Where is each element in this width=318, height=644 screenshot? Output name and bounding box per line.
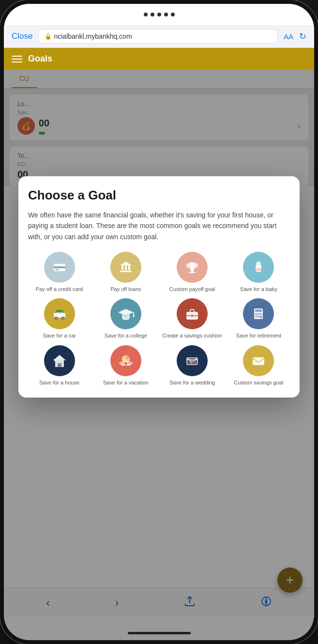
phone-frame: Close 🔒 ncialbankl.mybankhq.com AA ↻ Goa… [0, 0, 318, 644]
status-dot [151, 13, 154, 16]
goals-grid: Pay off a credit card Pa [28, 252, 290, 386]
goal-label-custom-savings-goal: Custom savings goal [234, 379, 283, 386]
svg-marker-3 [120, 261, 132, 265]
goal-icon-custom-payoff-goal [177, 252, 208, 283]
goal-item-save-for-retirement[interactable]: Save for retirement [227, 298, 290, 339]
svg-rect-33 [257, 316, 259, 317]
svg-rect-4 [121, 265, 123, 270]
wedding-icon [184, 353, 200, 368]
app-header: Goals [4, 48, 314, 70]
goal-item-create-savings-cushion[interactable]: Create a savings cushion [161, 298, 224, 339]
svg-rect-19 [57, 312, 59, 313]
goal-item-save-for-a-house[interactable]: Save for a house [28, 345, 91, 386]
svg-rect-28 [255, 309, 262, 312]
svg-rect-9 [189, 272, 196, 273]
svg-rect-26 [191, 315, 193, 317]
browser-bar: Close 🔒 ncialbankl.mybankhq.com AA ↻ [4, 25, 314, 48]
svg-rect-2 [55, 269, 59, 270]
goal-item-save-for-a-college[interactable]: Save for a college [94, 298, 157, 339]
svg-rect-34 [260, 316, 262, 318]
svg-point-41 [126, 356, 129, 359]
goal-label-save-for-a-house: Save for a house [39, 379, 79, 386]
svg-rect-11 [256, 263, 261, 264]
goal-item-custom-savings-goal[interactable]: Custom savings goal [227, 345, 290, 386]
status-bar [4, 4, 314, 25]
vacation-icon [118, 353, 134, 369]
goal-item-save-for-a-car[interactable]: Save for a car [28, 298, 91, 339]
trophy-icon [184, 260, 200, 275]
car-icon [51, 305, 68, 322]
hamburger-menu[interactable] [12, 56, 22, 62]
svg-rect-31 [260, 313, 262, 315]
svg-point-40 [122, 355, 130, 363]
browser-url-bar[interactable]: 🔒 ncialbankl.mybankhq.com [38, 29, 278, 44]
goal-label-custom-payoff-goal: Custom payoff goal [169, 286, 215, 292]
svg-point-23 [133, 315, 135, 317]
goal-label-save-for-a-college: Save for a college [105, 332, 147, 339]
goal-icon-save-for-a-baby [243, 252, 274, 283]
svg-point-16 [55, 318, 57, 319]
goal-icon-save-for-retirement [243, 298, 274, 329]
svg-rect-13 [256, 268, 261, 271]
modal-title: Choose a Goal [28, 188, 290, 203]
aa-button[interactable]: AA [284, 32, 293, 41]
goal-item-save-for-a-baby[interactable]: Save for a baby [227, 252, 290, 292]
status-dot [164, 13, 168, 16]
bank-icon [117, 259, 135, 276]
svg-rect-46 [253, 357, 264, 365]
goal-icon-save-for-a-wedding [177, 345, 208, 376]
svg-point-18 [62, 318, 63, 319]
goal-item-save-for-a-vacation[interactable]: Save for a vacation [94, 345, 157, 386]
baby-bottle-icon [251, 260, 266, 275]
status-dot [157, 13, 161, 16]
calculator-icon [251, 306, 266, 322]
svg-rect-32 [255, 316, 257, 317]
goal-icon-custom-savings-goal [243, 345, 274, 376]
svg-rect-37 [58, 363, 61, 367]
goal-label-pay-off-loans: Pay off loans [110, 286, 141, 292]
goal-item-custom-payoff-goal[interactable]: Custom payoff goal [161, 252, 224, 292]
house-icon [51, 353, 68, 369]
lock-icon: 🔒 [45, 33, 52, 40]
phone-inner: Close 🔒 ncialbankl.mybankhq.com AA ↻ Goa… [4, 4, 314, 640]
main-content: CU Lo... Sav... 💰 00 › [4, 70, 314, 640]
goal-label-save-for-a-baby: Save for a baby [240, 286, 277, 292]
goal-icon-save-for-a-vacation [110, 345, 141, 376]
svg-rect-29 [255, 313, 257, 315]
goal-item-pay-off-loans[interactable]: Pay off loans [94, 252, 157, 292]
svg-rect-6 [128, 265, 130, 270]
graduation-cap-icon [117, 305, 135, 322]
status-dot [144, 13, 148, 16]
browser-close-button[interactable]: Close [12, 31, 32, 41]
goal-icon-pay-off-loans [110, 252, 141, 283]
status-dots [144, 13, 175, 16]
goal-label-save-for-retirement: Save for retirement [236, 332, 282, 339]
goal-label-save-for-a-vacation: Save for a vacation [103, 379, 149, 386]
modal-description: We often have the same financial goals, … [28, 210, 290, 242]
goal-label-create-savings-cushion: Create a savings cushion [162, 332, 222, 339]
goal-icon-pay-off-credit-card [44, 252, 75, 283]
page-title: Goals [28, 54, 52, 64]
goal-item-save-for-a-wedding[interactable]: Save for a wedding [161, 345, 224, 386]
goal-label-pay-off-credit-card: Pay off a credit card [36, 286, 83, 292]
svg-rect-8 [191, 270, 194, 272]
briefcase-icon [184, 306, 200, 322]
svg-rect-5 [125, 265, 127, 270]
svg-rect-43 [125, 362, 127, 365]
goal-icon-save-for-a-college [110, 298, 141, 329]
goal-icon-save-for-a-house [44, 345, 75, 376]
goal-item-pay-off-credit-card[interactable]: Pay off a credit card [28, 252, 91, 292]
goal-icon-create-savings-cushion [177, 298, 208, 329]
svg-rect-7 [120, 271, 132, 272]
status-dot [171, 13, 175, 16]
choose-goal-modal: Choose a Goal We often have the same fin… [18, 176, 300, 398]
svg-rect-30 [257, 313, 259, 315]
goal-label-save-for-a-car: Save for a car [43, 332, 76, 339]
url-text: ncialbankl.mybankhq.com [54, 32, 132, 40]
envelope-icon [251, 353, 266, 368]
svg-rect-1 [54, 266, 65, 268]
credit-card-icon [52, 260, 67, 275]
svg-marker-21 [118, 309, 134, 316]
svg-rect-20 [60, 312, 62, 313]
reload-button[interactable]: ↻ [299, 31, 306, 42]
